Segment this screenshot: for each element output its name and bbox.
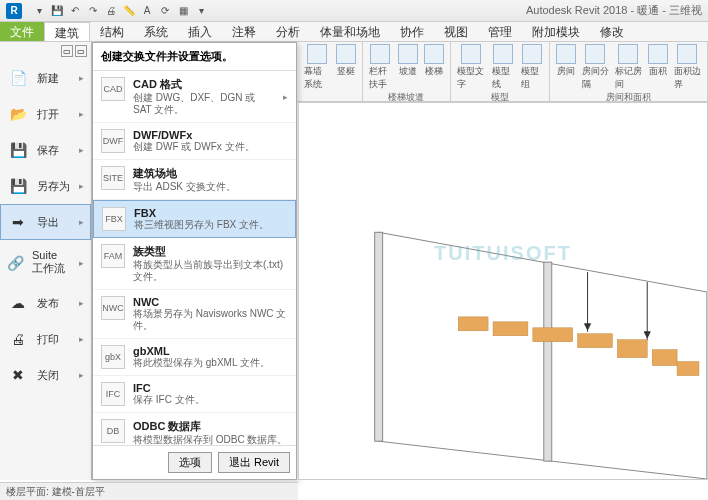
- export-item-desc: 将此模型保存为 gbXML 文件。: [133, 357, 288, 369]
- svg-rect-11: [617, 340, 647, 358]
- tab-analyze[interactable]: 分析: [266, 22, 310, 41]
- ribbon-button-label: 模型文字: [457, 65, 487, 91]
- export-item[interactable]: IFCIFC保存 IFC 文件。: [93, 376, 296, 413]
- tab-manage[interactable]: 管理: [478, 22, 522, 41]
- ribbon-button[interactable]: 模型组: [521, 44, 543, 91]
- tab-insert[interactable]: 插入: [178, 22, 222, 41]
- ribbon-tabs: 文件 建筑 结构 系统 插入 注释 分析 体量和场地 协作 视图 管理 附加模块…: [0, 22, 708, 42]
- export-item-desc: 创建 DWG、DXF、DGN 或 SAT 文件。: [133, 92, 275, 116]
- export-item[interactable]: CADCAD 格式创建 DWG、DXF、DGN 或 SAT 文件。▸: [93, 71, 296, 123]
- exit-revit-button[interactable]: 退出 Revit: [218, 452, 290, 473]
- file-menu-item[interactable]: 📄新建▸: [0, 60, 91, 96]
- svg-rect-5: [375, 232, 383, 441]
- export-item-title: ODBC 数据库: [133, 419, 288, 434]
- ribbon-icon: [522, 44, 542, 64]
- qat-more-icon[interactable]: ▾: [194, 4, 208, 18]
- ribbon-button-label: 幕墙系统: [304, 65, 330, 91]
- tab-massing[interactable]: 体量和场地: [310, 22, 390, 41]
- ribbon-button[interactable]: 面积: [648, 44, 668, 91]
- tab-structure[interactable]: 结构: [90, 22, 134, 41]
- tab-modify[interactable]: 修改: [590, 22, 634, 41]
- ribbon-button[interactable]: 房间: [556, 44, 576, 91]
- export-item[interactable]: DWFDWF/DWFx创建 DWF 或 DWFx 文件。: [93, 123, 296, 160]
- file-menu-label: 保存: [37, 143, 59, 158]
- ribbon-button[interactable]: 模型文字: [457, 44, 487, 91]
- export-item[interactable]: FAM族类型将族类型从当前族导出到文本(.txt)文件。: [93, 238, 296, 290]
- tab-file[interactable]: 文件: [0, 22, 44, 41]
- recent-docs-icon[interactable]: ▭: [61, 45, 73, 57]
- file-menu-icon: 📄: [7, 69, 29, 87]
- export-item[interactable]: DBODBC 数据库将模型数据保存到 ODBC 数据库。: [93, 413, 296, 445]
- export-item[interactable]: SITE建筑场地导出 ADSK 交换文件。: [93, 160, 296, 200]
- tab-collaborate[interactable]: 协作: [390, 22, 434, 41]
- submenu-arrow-icon: ▸: [283, 92, 288, 102]
- export-item-icon: FBX: [102, 207, 126, 231]
- file-menu-item[interactable]: 📂打开▸: [0, 96, 91, 132]
- file-menu-item[interactable]: 💾保存▸: [0, 132, 91, 168]
- export-item[interactable]: gbXgbXML将此模型保存为 gbXML 文件。: [93, 339, 296, 376]
- export-item-desc: 将族类型从当前族导出到文本(.txt)文件。: [133, 259, 288, 283]
- qat-text-icon[interactable]: A: [140, 4, 154, 18]
- title-bar: R ▾ 💾 ↶ ↷ 🖨 📏 A ⟳ ▦ ▾ Autodesk Revit 201…: [0, 0, 708, 22]
- ribbon-icon: [585, 44, 605, 64]
- file-menu-item[interactable]: ✖关闭▸: [0, 357, 91, 393]
- export-item[interactable]: NWCNWC将场景另存为 Navisworks NWC 文件。: [93, 290, 296, 339]
- options-button[interactable]: 选项: [168, 452, 212, 473]
- qat-view-icon[interactable]: ▦: [176, 4, 190, 18]
- ribbon-button[interactable]: 坡道: [398, 44, 418, 91]
- export-item-title: CAD 格式: [133, 77, 275, 92]
- ribbon-button[interactable]: 标记房间: [615, 44, 642, 91]
- export-item-desc: 保存 IFC 文件。: [133, 394, 288, 406]
- export-item[interactable]: FBXFBX将三维视图另存为 FBX 文件。: [93, 200, 296, 238]
- qat-undo-icon[interactable]: ↶: [68, 4, 82, 18]
- ribbon-group: 房间房间分隔标记房间面积面积边界房间和面积: [550, 42, 708, 101]
- ribbon-button[interactable]: 房间分隔: [582, 44, 609, 91]
- tab-addins[interactable]: 附加模块: [522, 22, 590, 41]
- export-item-icon: NWC: [101, 296, 125, 320]
- qat-open-icon[interactable]: ▾: [32, 4, 46, 18]
- ribbon-button[interactable]: 面积边界: [674, 44, 701, 91]
- tab-systems[interactable]: 系统: [134, 22, 178, 41]
- file-menu-icon: ☁: [7, 294, 29, 312]
- qat-print-icon[interactable]: 🖨: [104, 4, 118, 18]
- ribbon-button[interactable]: 幕墙系统: [304, 44, 330, 91]
- qat-save-icon[interactable]: 💾: [50, 4, 64, 18]
- file-menu-item[interactable]: ☁发布▸: [0, 285, 91, 321]
- tab-view[interactable]: 视图: [434, 22, 478, 41]
- submenu-arrow-icon: ▸: [79, 370, 84, 380]
- ribbon-button-label: 面积边界: [674, 65, 701, 91]
- tab-architecture[interactable]: 建筑: [44, 22, 90, 41]
- recent-places-icon[interactable]: ▭: [75, 45, 87, 57]
- ribbon-button[interactable]: 楼梯: [424, 44, 444, 91]
- export-item-icon: FAM: [101, 244, 125, 268]
- submenu-arrow-icon: ▸: [79, 334, 84, 344]
- qat-redo-icon[interactable]: ↷: [86, 4, 100, 18]
- qat-sync-icon[interactable]: ⟳: [158, 4, 172, 18]
- file-menu-item[interactable]: 🔗Suite 工作流▸: [0, 240, 91, 285]
- svg-marker-16: [585, 324, 591, 330]
- file-menu-icon: 💾: [7, 177, 29, 195]
- export-item-title: IFC: [133, 382, 288, 394]
- tab-annotate[interactable]: 注释: [222, 22, 266, 41]
- file-menu: ▭ ▭ 📄新建▸📂打开▸💾保存▸💾另存为▸➡导出▸🔗Suite 工作流▸☁发布▸…: [0, 42, 92, 480]
- export-header: 创建交换文件并设置选项。: [93, 43, 296, 71]
- ribbon-button[interactable]: 模型线: [492, 44, 514, 91]
- file-menu-icon: 📂: [7, 105, 29, 123]
- file-menu-icon: ➡: [7, 213, 29, 231]
- status-bar: 楼层平面: 建模-首层平: [0, 482, 298, 500]
- ribbon-button[interactable]: 栏杆扶手: [369, 44, 391, 91]
- file-menu-item[interactable]: 🖨打印▸: [0, 321, 91, 357]
- ribbon-button-label: 坡道: [399, 65, 417, 78]
- file-menu-item[interactable]: 💾另存为▸: [0, 168, 91, 204]
- viewport-3d[interactable]: TUITUISOFT: [298, 102, 708, 480]
- file-menu-item[interactable]: ➡导出▸: [0, 204, 91, 240]
- ribbon-button[interactable]: 竖梃: [336, 44, 356, 91]
- ribbon-group: 栏杆扶手坡道楼梯楼梯坡道: [363, 42, 450, 101]
- ribbon-icon: [556, 44, 576, 64]
- ribbon-icon: [307, 44, 327, 64]
- ribbon-icon: [370, 44, 390, 64]
- svg-rect-6: [544, 262, 552, 461]
- ribbon-group: 模型文字模型线模型组模型: [451, 42, 550, 101]
- ribbon-icon: [618, 44, 638, 64]
- qat-measure-icon[interactable]: 📏: [122, 4, 136, 18]
